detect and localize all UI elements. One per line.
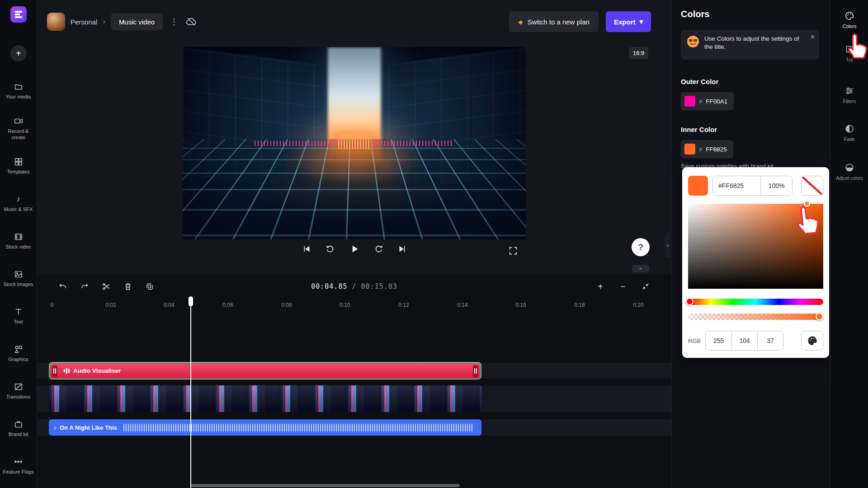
rail-tab-label: Fade [830,136,868,142]
ruler-tick-label: 0:14 [457,302,467,308]
player-controls [183,243,526,255]
rgb-row: RGB [688,331,823,351]
previous-frame-button[interactable] [302,244,311,254]
ruler-tick-label: 0 [51,302,54,308]
sidebar-item-templates[interactable]: Templates [0,147,37,185]
audio-visualiser-clip[interactable]: Audio Visualiser [49,362,481,380]
colors-tip-card: Use Colors to adjust the settings of the… [681,30,819,60]
chevron-down-icon: ▾ [639,18,643,26]
hash-symbol: # [699,98,702,105]
color-mode-button[interactable] [801,331,823,351]
rail-tab-transform[interactable]: Tra [830,44,868,62]
panel-collapse-handle[interactable]: › [665,232,671,258]
rgb-input-group [705,331,783,351]
inner-color-chip[interactable]: # FF6825 [681,140,733,158]
transform-icon [844,44,854,54]
clip-trim-handle-left[interactable] [52,365,57,377]
scene-vignette [183,47,526,239]
help-button[interactable]: ? [632,238,650,256]
next-frame-button[interactable] [397,244,407,254]
opacity-input[interactable] [760,176,792,195]
briefcase-icon [14,420,23,429]
ruler-tick-label: 0:06 [222,302,233,308]
sidebar-item-label: Stock images [3,282,33,287]
playhead-line [190,298,191,488]
hex-input[interactable] [713,176,760,195]
video-preview[interactable] [183,47,526,239]
timeline-ruler[interactable]: 0 0:02 0:04 0:06 0:08 0:10 0:12 0:14 0:1… [37,275,671,315]
fullscreen-button[interactable] [508,246,518,256]
sidebar-item-stock-images[interactable]: Stock images [0,260,37,297]
rail-tab-label: Tra [830,57,868,62]
no-color-button[interactable] [801,176,823,196]
rail-tab-colors[interactable]: Colors [830,11,868,29]
ruler-tick-label: 0:18 [574,302,585,308]
transitions-icon [14,382,23,391]
saturation-value-area[interactable] [688,204,823,289]
timeline-scrollbar[interactable] [191,484,460,487]
clip-trim-handle-right[interactable] [473,365,478,377]
panel-title: Colors [681,9,709,19]
timeline: 00:04.85 / 00:15.03 + − 0 0:02 0:04 0:06… [37,275,671,488]
ruler-tick-label: 0:16 [515,302,526,308]
hash-symbol: # [699,146,702,153]
inner-color-value: FF6825 [706,146,727,153]
clipchamp-logo[interactable] [10,6,27,23]
sidebar-item-stock-video[interactable]: Stock video [0,222,37,260]
play-button[interactable] [349,243,360,255]
sidebar-item-text[interactable]: Text [0,297,37,335]
music-note-icon: ♪ [53,424,57,431]
breadcrumb-workspace[interactable]: Personal [71,18,97,26]
hue-slider[interactable] [688,299,823,305]
alpha-slider[interactable] [688,314,823,320]
outer-color-chip[interactable]: # FF00A1 [681,92,734,110]
sidebar-item-music-sfx[interactable]: ♪ Music & SFX [0,185,37,222]
color-selector-dot[interactable] [804,201,810,207]
red-input[interactable] [706,331,731,350]
collapse-controls-button[interactable]: › [632,265,649,272]
project-title[interactable]: Music video [111,14,163,30]
sidebar-item-record-create[interactable]: Record & create [0,110,37,147]
seek-back-button[interactable] [325,244,335,254]
export-label: Export [614,18,636,26]
seek-forward-button[interactable] [374,244,384,254]
video-clip-thumbnails[interactable] [49,385,481,412]
breadcrumb-chevron-icon: › [103,17,105,26]
project-more-button[interactable]: ⋮ [168,17,180,27]
green-input[interactable] [731,331,757,350]
sidebar-item-label: Graphics [8,357,28,362]
text-icon [14,307,23,316]
ruler-tick-label: 0:02 [105,302,116,308]
sidebar-item-brand-kit[interactable]: Brand kit [0,410,37,447]
sidebar-item-label: Stock video [5,244,31,250]
color-picker-popup: RGB [682,167,829,358]
export-button[interactable]: Export ▾ [606,11,651,32]
sidebar-item-label: Brand kit [9,432,28,437]
rail-tab-filters[interactable]: Filters [830,86,868,104]
sidebar-item-graphics[interactable]: Graphics [0,335,37,372]
fade-icon [844,124,854,134]
switch-plan-button[interactable]: ◆ Switch to a new plan [509,11,599,32]
outer-color-label: Outer Color [681,78,718,85]
sidebar-item-label: Feature Flags [3,469,34,475]
folder-icon [14,82,23,91]
hue-slider-knob[interactable] [686,298,693,305]
sidebar-item-feature-flags[interactable]: ••• Feature Flags [0,447,37,485]
ellipsis-icon: ••• [14,457,23,466]
workspace-avatar[interactable] [47,13,65,31]
palette-icon [807,335,818,347]
close-icon[interactable]: × [811,33,815,41]
rail-tab-fade[interactable]: Fade [830,124,868,142]
add-media-button[interactable]: + [10,45,27,61]
camera-icon [14,117,23,126]
rail-tab-label: Colors [830,23,868,29]
alpha-slider-knob[interactable] [816,313,823,320]
aspect-ratio-badge[interactable]: 16:9 [629,47,648,59]
sidebar-item-your-media[interactable]: Your media [0,72,37,110]
blue-input[interactable] [757,331,783,350]
chevron-down-icon: › [638,267,644,269]
sidebar-nav: Your media Record & create Templates ♪ M… [0,72,37,485]
sidebar-item-transitions[interactable]: Transitions [0,372,37,410]
rail-tab-adjust-colors[interactable]: Adjust colors [830,163,868,181]
audio-clip[interactable]: ♪ On A Night Like This [49,419,481,436]
